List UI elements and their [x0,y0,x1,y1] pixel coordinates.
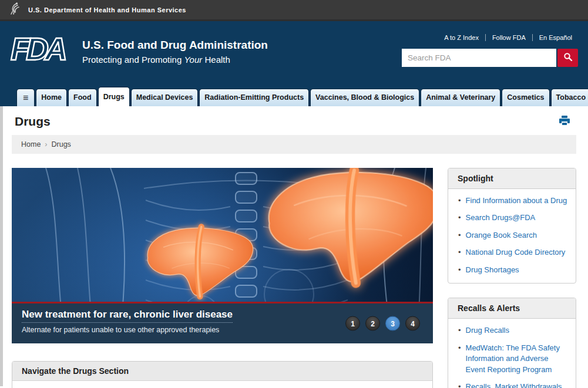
nav-tab[interactable]: Drugs [98,87,130,106]
utility-links: A to Z IndexFollow FDAEn Español [438,34,579,41]
svg-text:FDA: FDA [11,33,66,66]
nav-tab[interactable]: Medical Devices [131,89,199,106]
recalls-links: •Drug Recalls •MedWatch: The FDA Safety … [448,325,576,388]
nav-tab[interactable]: Animal & Veterinary [421,89,500,106]
hero-carousel: New treatment for rare, chronic liver di… [12,168,433,343]
nav-tab[interactable]: Home [36,89,67,106]
list-item: •National Drug Code Directory [458,247,569,258]
page-title: Drugs [15,114,51,129]
navigate-drugs-box-body [12,381,432,388]
recalls-alerts-box: Recalls & Alerts •Drug Recalls •MedWatch… [448,298,576,388]
primary-nav: ≡ HomeFoodDrugsMedical DevicesRadiation-… [0,86,588,106]
bullet-icon: • [458,325,461,336]
title-row: Drugs [3,106,588,132]
hhs-eagle-icon [7,1,22,19]
carousel-page-button[interactable]: 2 [365,316,380,331]
gov-banner-title: U.S. Department of Health and Human Serv… [28,6,186,14]
list-item: •MedWatch: The FDA Safety Information an… [458,343,569,375]
list-item: •Drug Recalls [458,325,569,336]
breadcrumb: Home›Drugs [12,135,576,154]
bullet-icon: • [458,195,461,206]
gov-banner: U.S. Department of Health and Human Serv… [0,0,588,21]
recalls-alerts-title: Recalls & Alerts [448,298,576,319]
hero-headline-link[interactable]: New treatment for rare, chronic liver di… [22,309,233,323]
menu-icon[interactable]: ≡ [16,89,35,106]
spotlight-link[interactable]: Drug Shortages [466,265,519,275]
main-column: New treatment for rare, chronic liver di… [12,168,433,388]
recalls-link[interactable]: Drug Recalls [466,325,509,336]
carousel-page-button[interactable]: 4 [405,316,420,331]
bullet-icon: • [458,382,461,388]
bullet-icon: • [458,265,461,275]
recalls-link[interactable]: MedWatch: The FDA Safety Information and… [466,343,569,375]
site-tagline: Protecting and Promoting Your Health [82,55,268,65]
brand: FDA U.S. Food and Drug Administration Pr… [9,33,268,68]
nav-tab[interactable]: Cosmetics [502,89,549,106]
page-area: Drugs Home›Drugs [0,106,588,386]
nav-tab[interactable]: Radiation-Emitting Products [199,89,309,106]
nav-tab[interactable]: Vaccines, Blood & Biologics [310,89,419,106]
spotlight-title: Spotlight [448,168,576,189]
printer-icon [559,119,570,127]
bullet-icon: • [458,343,461,375]
list-item: •Find Information about a Drug [458,195,569,206]
nav-tab[interactable]: Food [68,89,97,106]
fda-logo: FDA [9,33,75,68]
carousel-page-button[interactable]: 3 [385,316,400,331]
bullet-icon: • [458,212,461,223]
navigate-drugs-box-title: Navigate the Drugs Section [12,362,432,381]
utility-link[interactable]: A to Z Index [438,34,485,41]
spotlight-box: Spotlight •Find Information about a Drug… [448,168,576,284]
spotlight-link[interactable]: National Drug Code Directory [466,247,566,258]
breadcrumb-current: Drugs [52,140,71,149]
utility-link[interactable]: Follow FDA [486,34,532,41]
hero-caption: New treatment for rare, chronic liver di… [12,302,433,343]
list-item: •Recalls, Market Withdrawals, & Safety A… [458,382,569,388]
breadcrumb-separator-icon: › [45,140,47,149]
spotlight-link[interactable]: Find Information about a Drug [466,195,567,206]
utility-link[interactable]: En Español [533,34,579,41]
navigate-drugs-box: Navigate the Drugs Section [12,361,433,388]
search-area [402,49,578,67]
site-title: U.S. Food and Drug Administration [82,39,268,52]
bullet-icon: • [458,247,461,258]
sidebar: Spotlight •Find Information about a Drug… [448,168,576,388]
print-button[interactable] [557,114,572,129]
brand-text: U.S. Food and Drug Administration Protec… [82,39,268,65]
carousel-page-button[interactable]: 1 [345,316,360,331]
nav-tab[interactable]: Tobacco Products [551,89,588,106]
content-row: New treatment for rare, chronic liver di… [12,168,576,388]
spotlight-links: •Find Information about a Drug •Search D… [448,195,576,275]
search-input[interactable] [402,49,556,67]
spotlight-link[interactable]: Search Drugs@FDA [466,212,536,223]
bullet-icon: • [458,230,461,241]
site-header: FDA U.S. Food and Drug Administration Pr… [0,21,588,86]
list-item: •Drug Shortages [458,265,569,275]
breadcrumb-home-link[interactable]: Home [21,140,41,149]
search-icon [563,52,573,63]
spotlight-link[interactable]: Orange Book Search [466,230,537,241]
list-item: •Orange Book Search [458,230,569,241]
carousel-pager: 1234 [345,316,420,331]
recalls-link[interactable]: Recalls, Market Withdrawals, & Safety Al… [466,382,569,388]
list-item: •Search Drugs@FDA [458,212,569,223]
search-button[interactable] [557,49,578,67]
